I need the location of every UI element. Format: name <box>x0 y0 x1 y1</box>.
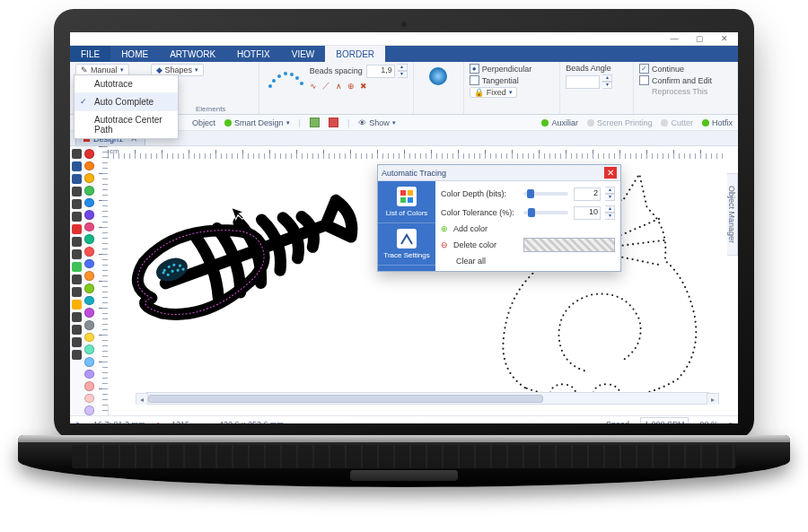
tab-artwork[interactable]: ARTWORK <box>159 46 226 62</box>
palette-swatch[interactable] <box>84 210 94 220</box>
palette-swatch[interactable] <box>84 247 94 257</box>
tool-button[interactable] <box>72 212 82 222</box>
node-tool-icon[interactable]: ⊕ <box>347 82 355 91</box>
palette-swatch[interactable] <box>84 381 94 391</box>
scroll-thumb[interactable] <box>148 395 543 403</box>
hotfix-toggle[interactable]: Hotfix <box>702 118 733 127</box>
add-icon[interactable]: ⊕ <box>441 224 448 233</box>
beads-count-icon: ● <box>156 420 161 424</box>
auxiliar-toggle[interactable]: Auxiliar <box>541 118 578 127</box>
menu-item-autotrace[interactable]: Autotrace <box>75 75 178 92</box>
perpendicular-option[interactable]: ●Perpendicular <box>470 64 555 74</box>
menu-item-autotrace-center-path[interactable]: Autotrace Center Path <box>75 110 178 138</box>
tool-button[interactable] <box>72 350 82 360</box>
palette-swatch[interactable] <box>84 283 94 293</box>
palette-swatch[interactable] <box>84 198 94 208</box>
palette-swatch[interactable] <box>84 406 94 415</box>
dialog-close-button[interactable]: ✕ <box>604 167 617 179</box>
tab-home[interactable]: HOME <box>110 46 159 62</box>
color-tolerance-spinner[interactable]: ▴▾ <box>605 205 615 220</box>
palette-swatch[interactable] <box>84 357 94 367</box>
screen-printing-toggle[interactable]: Screen Printing <box>587 118 653 127</box>
beads-angle-input[interactable] <box>566 75 600 89</box>
file-tab[interactable]: FILE <box>70 46 110 62</box>
window-maximize-button[interactable]: ▢ <box>689 34 709 43</box>
speed-field[interactable]: 1.000 SPM <box>640 417 689 423</box>
palette-swatch[interactable] <box>84 308 94 318</box>
palette-swatch[interactable] <box>84 333 94 343</box>
window-close-button[interactable]: ✕ <box>715 34 734 43</box>
palette-swatch[interactable] <box>84 320 94 330</box>
cutter-toggle[interactable]: Cutter <box>661 118 693 127</box>
beads-spacing-input[interactable]: 1,9 <box>366 65 395 78</box>
palette-swatch[interactable] <box>84 173 94 183</box>
beads-angle-spinner[interactable]: ▴▾ <box>602 74 612 89</box>
tool-button[interactable] <box>72 337 82 347</box>
color-depth-slider[interactable] <box>523 192 568 196</box>
color-palette-column <box>83 146 96 415</box>
smart-design-button[interactable]: Smart Design ▾ <box>224 118 290 127</box>
tool-button[interactable] <box>72 187 82 196</box>
line-fill-button[interactable] <box>426 64 451 89</box>
show-dropdown[interactable]: 👁 Show ▾ <box>358 118 396 127</box>
tool-button[interactable] <box>72 287 82 297</box>
tool-button[interactable] <box>72 174 82 184</box>
canvas[interactable]: Automatic Tracing ✕ List of Colors <box>108 159 727 405</box>
palette-swatch[interactable] <box>84 234 94 244</box>
palette-swatch[interactable] <box>84 296 94 306</box>
tool-button[interactable] <box>72 312 82 322</box>
tool-button[interactable] <box>72 300 82 310</box>
palette-swatch[interactable] <box>84 149 94 159</box>
dialog-tab-trace-settings[interactable]: Trace Settings <box>378 223 435 266</box>
tool-button[interactable] <box>72 325 82 335</box>
tool-button[interactable] <box>72 262 82 272</box>
confirm-edit-checkbox[interactable]: Confirm and Edit <box>639 75 732 85</box>
fish-artwork[interactable] <box>115 168 366 392</box>
palette-swatch[interactable] <box>84 394 94 404</box>
zoom-dropdown-icon[interactable]: ▾ <box>729 421 733 424</box>
clear-all-button[interactable]: Clear all <box>456 257 486 266</box>
tool-button[interactable] <box>72 149 82 159</box>
add-color-button[interactable]: Add color <box>453 224 487 233</box>
curve-tool-icon[interactable]: ∿ <box>310 82 317 91</box>
svg-point-5 <box>295 76 299 80</box>
tab-hotfix[interactable]: HOTFIX <box>226 46 281 62</box>
delete-icon[interactable]: ⊖ <box>441 240 448 249</box>
tool-button[interactable] <box>72 199 82 209</box>
tool-button[interactable] <box>72 224 82 234</box>
tool-button[interactable] <box>72 237 82 247</box>
tab-view[interactable]: VIEW <box>281 46 326 62</box>
palette-swatch[interactable] <box>84 161 94 171</box>
object-manager-tab[interactable]: Object Manager <box>725 173 738 256</box>
palette-swatch[interactable] <box>84 259 94 269</box>
scroll-left-button[interactable]: ◂ <box>136 393 148 405</box>
palette-swatch[interactable] <box>84 222 94 232</box>
tool-button[interactable] <box>72 275 82 284</box>
line-tool-icon[interactable]: ／ <box>322 80 330 92</box>
palette-swatch[interactable] <box>84 271 94 281</box>
window-minimize-button[interactable]: — <box>664 34 684 43</box>
color-a-swatch[interactable] <box>310 118 320 127</box>
horizontal-scrollbar[interactable]: ◂ ▸ <box>145 392 709 405</box>
color-tolerance-slider[interactable] <box>523 211 568 214</box>
palette-swatch[interactable] <box>84 370 94 379</box>
palette-swatch[interactable] <box>84 344 94 354</box>
tool-button[interactable] <box>72 249 82 259</box>
delete-node-icon[interactable]: ✖ <box>360 82 367 91</box>
angle-tool-icon[interactable]: ∧ <box>336 82 342 91</box>
continue-checkbox[interactable]: ✓Continue <box>639 64 732 74</box>
color-depth-value[interactable]: 2 <box>574 188 601 201</box>
color-tolerance-value[interactable]: 10 <box>574 206 601 220</box>
tangential-option[interactable]: Tangential <box>470 75 555 85</box>
fixed-dropdown[interactable]: 🔒 Fixed ▾ <box>470 87 517 98</box>
menu-item-auto-complete[interactable]: Auto Complete <box>75 92 178 110</box>
delete-color-button[interactable]: Delete color <box>453 240 496 249</box>
beads-spacing-spinner[interactable]: ▴▾ <box>398 64 408 78</box>
tool-button[interactable] <box>72 161 82 171</box>
scroll-right-button[interactable]: ▸ <box>707 393 719 405</box>
palette-swatch[interactable] <box>84 186 94 196</box>
tab-border[interactable]: BORDER <box>325 46 385 62</box>
color-depth-spinner[interactable]: ▴▾ <box>605 187 615 201</box>
dialog-tab-list-of-colors[interactable]: List of Colors <box>378 181 435 223</box>
color-b-swatch[interactable] <box>329 118 338 127</box>
